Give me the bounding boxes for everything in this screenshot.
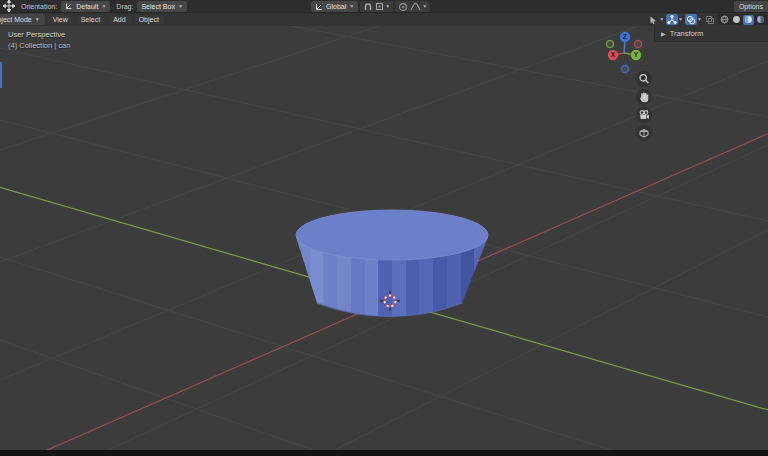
chevron-down-icon: ▼ [385, 4, 390, 9]
mode-dropdown[interactable]: Object Mode ▼ [0, 14, 45, 25]
orientation-label: Orientation: [21, 3, 57, 10]
snap-magnet-icon [363, 2, 373, 12]
viewport-overlay-text: User Perspective (4) Collection | can [8, 29, 70, 51]
transform-orientation-dropdown[interactable]: Global ▼ [311, 1, 358, 12]
snap-settings-dropdown[interactable]: ▼ [375, 2, 390, 11]
orthographic-grid-icon [638, 127, 650, 139]
chevron-down-icon: ▼ [678, 17, 683, 22]
chevron-down-icon: ▼ [35, 17, 40, 22]
zoom-icon [638, 73, 650, 85]
proportional-editing-icon [398, 2, 408, 12]
viewport-shading-group [718, 14, 767, 25]
shading-rendered-button[interactable] [755, 15, 766, 25]
toolbar-region-handle[interactable] [0, 62, 2, 88]
zoom-button[interactable] [636, 71, 652, 87]
collection-breadcrumb: (4) Collection | can [8, 40, 70, 51]
drag-value: Select Box [141, 3, 174, 10]
perspective-label: User Perspective [8, 29, 70, 40]
chevron-down-icon: ▼ [349, 4, 354, 9]
chevron-down-icon: ▼ [101, 4, 106, 9]
pan-button[interactable] [636, 89, 652, 105]
orientation-value: Default [76, 3, 98, 10]
camera-view-icon [638, 109, 650, 121]
chevron-down-icon: ▼ [422, 4, 427, 9]
move-tool-icon[interactable] [3, 0, 15, 12]
object-type-visibility-button[interactable] [647, 14, 659, 25]
menu-add[interactable]: Add [108, 15, 130, 24]
menu-object[interactable]: Object [134, 15, 164, 24]
camera-view-button[interactable] [636, 107, 652, 123]
chevron-down-icon: ▼ [178, 4, 183, 9]
axis-neg-y-handle[interactable] [606, 40, 613, 47]
proportional-editing-button[interactable] [398, 2, 408, 12]
orientation-icon [65, 2, 73, 10]
scene-canvas [0, 26, 768, 450]
drag-label: Drag: [116, 3, 133, 10]
blender-window: Orientation: Default ▼ Drag: Select Box … [0, 0, 768, 456]
snap-toggle-button[interactable] [363, 2, 373, 12]
shading-material-icon [744, 15, 753, 24]
show-overlays-toggle[interactable] [685, 14, 697, 25]
transform-orientation-value: Global [326, 3, 346, 10]
axis-z-label: Z [623, 33, 627, 40]
axis-y-label: Y [634, 51, 639, 58]
show-overlays-icon [686, 15, 696, 25]
mode-value: Object Mode [0, 16, 32, 23]
shading-wireframe-icon [720, 15, 729, 24]
show-gizmos-toggle[interactable] [666, 14, 678, 25]
viewport-nav-controls [636, 71, 652, 141]
3d-viewport[interactable]: User Perspective (4) Collection | can Z … [0, 26, 768, 450]
collapse-arrow-icon: ▶ [661, 30, 666, 37]
sidebar-transform-panel[interactable]: ▶ Transform [654, 26, 768, 42]
chevron-down-icon: ▼ [659, 17, 664, 22]
drag-dropdown[interactable]: Select Box ▼ [137, 1, 186, 12]
sidebar-panel-label: Transform [670, 29, 704, 38]
snap-target-icon [375, 2, 384, 11]
xray-icon [705, 15, 715, 25]
global-orientation-icon [315, 3, 323, 11]
viewport-header: Object Mode ▼ View Select Add Object ▼ [0, 13, 768, 26]
xray-toggle[interactable] [704, 14, 716, 25]
perspective-toggle-button[interactable] [636, 125, 652, 141]
can-object[interactable] [296, 210, 488, 317]
status-bar [0, 450, 768, 456]
orientation-dropdown[interactable]: Default ▼ [61, 1, 110, 12]
shading-solid-button[interactable] [731, 15, 742, 25]
object-type-visibility-icon [648, 15, 658, 25]
axis-neg-z-handle[interactable] [621, 65, 628, 72]
falloff-curve-icon [410, 2, 421, 11]
chevron-down-icon: ▼ [697, 17, 702, 22]
shading-rendered-icon [756, 15, 765, 24]
shading-solid-icon [732, 15, 741, 24]
shading-wireframe-button[interactable] [719, 15, 730, 25]
axis-neg-x-handle[interactable] [634, 40, 641, 47]
axis-x-label: X [611, 51, 616, 58]
pan-hand-icon [638, 91, 650, 103]
options-button[interactable]: Options [734, 1, 768, 12]
shading-material-button[interactable] [743, 15, 754, 25]
proportional-falloff-dropdown[interactable]: ▼ [410, 2, 427, 11]
tool-settings-bar: Orientation: Default ▼ Drag: Select Box … [0, 0, 768, 13]
menu-view[interactable]: View [48, 15, 73, 24]
show-gizmos-icon [667, 15, 677, 25]
menu-select[interactable]: Select [76, 15, 105, 24]
